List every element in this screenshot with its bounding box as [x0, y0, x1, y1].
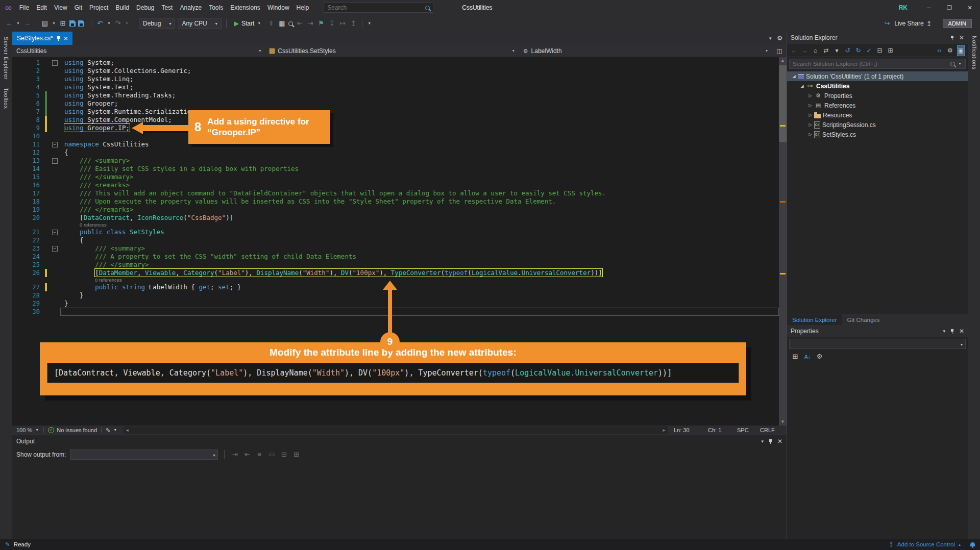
step-into-icon[interactable]: ↧	[328, 18, 336, 29]
menu-view[interactable]: View	[51, 0, 71, 15]
share-icon[interactable]: ↥	[926, 20, 932, 28]
view-code-icon[interactable]: ‹›	[936, 45, 943, 56]
code-line-18[interactable]: 18 /// Upon execute the property values …	[12, 197, 779, 206]
code-line-29[interactable]: 29}	[12, 299, 779, 308]
menu-help[interactable]: Help	[293, 0, 313, 15]
code-line-11[interactable]: 11−namespace CssUtilities	[12, 140, 779, 148]
solution-explorer-search[interactable]: ▾	[789, 59, 966, 69]
code-line-1[interactable]: 1−using System;	[12, 59, 779, 67]
save-icon[interactable]	[69, 20, 76, 27]
previous-message-icon[interactable]: ⇤	[243, 449, 251, 460]
code-line-8[interactable]: 8using System.ComponentModel;	[12, 116, 779, 124]
minimize-button[interactable]: ─	[919, 0, 939, 15]
code-line-25[interactable]: 25 /// </summary>	[12, 261, 779, 269]
breadcrumb-segment-labelwidth[interactable]: LabelWidth▾	[519, 45, 772, 57]
fold-collapse-icon[interactable]: −	[52, 230, 58, 235]
show-all-files-icon[interactable]: ⊞	[887, 45, 894, 56]
tree-collapsed-icon[interactable]: ▷	[806, 103, 814, 108]
chevron-down-icon[interactable]: ▾	[943, 329, 945, 334]
properties-object-dropdown[interactable]: ▾	[789, 339, 966, 349]
code-editor[interactable]: 1−using System;2using System.Collections…	[12, 57, 787, 426]
tree-item-cssutilities[interactable]: ◢C#CssUtilities	[787, 81, 968, 91]
account-avatar[interactable]: RK	[899, 4, 908, 11]
code-line-28[interactable]: 28 }	[12, 291, 779, 299]
menu-edit[interactable]: Edit	[33, 0, 51, 15]
fold-collapse-icon[interactable]: −	[52, 60, 58, 66]
menu-analyze[interactable]: Analyze	[176, 0, 205, 15]
tree-collapsed-icon[interactable]: ▷	[806, 122, 814, 127]
editor-options-gear-icon[interactable]: ⚙	[777, 35, 782, 42]
sync-icon[interactable]: ↺	[844, 45, 851, 56]
code-line-20[interactable]: 20 [DataContract, IconResource("CssBadge…	[12, 214, 779, 222]
menu-window[interactable]: Window	[264, 0, 293, 15]
scrollbar-down-icon[interactable]: ▼	[779, 418, 787, 426]
save-all-icon[interactable]	[78, 20, 84, 27]
increase-indent-icon[interactable]: ⇥	[306, 18, 314, 29]
add-to-source-control-button[interactable]: Add to Source Control	[897, 541, 955, 547]
sidebar-tab-server-explorer[interactable]: Server Explorer	[3, 37, 9, 80]
menu-build[interactable]: Build	[112, 0, 133, 15]
pin-icon[interactable]	[950, 35, 954, 41]
code-line-15[interactable]: 15 /// </summary>	[12, 173, 779, 181]
undo-dropdown-icon[interactable]: ▾	[107, 18, 111, 29]
feedback-pencil-icon[interactable]: ✎	[5, 541, 10, 548]
properties-gear-icon[interactable]: ⚙	[947, 45, 953, 56]
output-content[interactable]	[12, 462, 787, 539]
notifications-bell-icon[interactable]	[970, 542, 975, 546]
code-line-19[interactable]: 19 /// </remarks>	[12, 206, 779, 214]
sync-with-active-document-icon[interactable]: ✓	[866, 45, 872, 56]
preview-selected-items-icon[interactable]: ▣	[958, 45, 964, 56]
add-item-icon[interactable]: ⊞	[59, 18, 67, 29]
pin-tab-icon[interactable]	[57, 36, 60, 41]
menu-extensions[interactable]: Extensions	[227, 0, 264, 15]
code-line-17[interactable]: 17 /// This will add an object command t…	[12, 189, 779, 197]
scrollbar-up-icon[interactable]: ▲	[779, 57, 787, 64]
maximize-button[interactable]: ❐	[939, 0, 960, 15]
panel-tab-git-changes[interactable]: Git Changes	[842, 314, 885, 325]
new-project-dropdown-icon[interactable]: ▾	[52, 18, 56, 29]
find-message-icon[interactable]: ⇥	[231, 449, 239, 460]
menu-test[interactable]: Test	[158, 0, 176, 15]
editor-vertical-scrollbar[interactable]: ▲ ▼	[779, 57, 787, 426]
tree-item-solution-cssutilities-1-of-1-project[interactable]: ◢Solution 'CssUtilities' (1 of 1 project…	[787, 71, 968, 81]
sidebar-tab-toolbox[interactable]: Toolbox	[3, 88, 9, 109]
close-icon[interactable]: ✕	[777, 438, 782, 445]
tree-item-setstyles-cs[interactable]: ▷C#SetStyles.cs	[787, 130, 968, 139]
code-line-12[interactable]: 12{	[12, 148, 779, 157]
back-icon[interactable]: ←	[791, 45, 797, 56]
zoom-dropdown[interactable]: 100 % ▾	[12, 426, 43, 435]
tree-collapsed-icon[interactable]: ▷	[806, 132, 814, 137]
sidebar-tab-notifications[interactable]: Notifications	[971, 36, 977, 539]
code-line-26[interactable]: 26 [DataMember, Viewable, Category("Labe…	[12, 269, 779, 277]
code-line-30[interactable]: 30	[12, 308, 779, 316]
codelens-references-label[interactable]: 0 references	[60, 222, 107, 228]
toolbar-overflow-icon[interactable]: ▾	[367, 18, 372, 29]
step-over-icon[interactable]: ↦	[338, 18, 347, 29]
bookmark-icon[interactable]: ⚑	[317, 18, 325, 29]
code-line-22[interactable]: 22 {	[12, 236, 779, 244]
close-icon[interactable]: ✕	[959, 34, 964, 41]
chevron-down-icon[interactable]: ▾	[259, 48, 261, 53]
tree-item-references[interactable]: ▷References	[787, 101, 968, 110]
new-project-icon[interactable]: ▤	[41, 18, 49, 29]
code-line-10[interactable]: 10	[12, 132, 779, 140]
fold-collapse-icon[interactable]: −	[52, 158, 58, 164]
tree-item-scriptingsession-cs[interactable]: ▷C#ScriptingSession.cs	[787, 120, 968, 130]
quick-search-input[interactable]	[327, 4, 425, 11]
code-line-16[interactable]: 16 /// <remarks>	[12, 181, 779, 189]
chevron-down-icon[interactable]: ▾	[761, 439, 764, 444]
close-icon[interactable]: ✕	[959, 328, 964, 335]
code-line-5[interactable]: 5using System.Threading.Tasks;	[12, 91, 779, 99]
decrease-indent-icon[interactable]: ⇤	[296, 18, 304, 29]
break-all-icon[interactable]: ‖	[267, 18, 275, 29]
code-line-2[interactable]: 2using System.Collections.Generic;	[12, 67, 779, 75]
find-in-files-icon[interactable]	[288, 21, 293, 26]
code-line-9[interactable]: 9using Grooper.IP;	[12, 124, 779, 132]
categorized-icon[interactable]: ⊞	[791, 351, 799, 362]
word-wrap-icon[interactable]: ⊟	[280, 449, 288, 460]
navigate-backward-dropdown-icon[interactable]: ▾	[16, 18, 20, 29]
menu-tools[interactable]: Tools	[205, 0, 227, 15]
codelens-row[interactable]: 0 references	[60, 222, 779, 228]
code-line-3[interactable]: 3using System.Linq;	[12, 75, 779, 83]
tree-expanded-icon[interactable]: ◢	[798, 84, 806, 88]
